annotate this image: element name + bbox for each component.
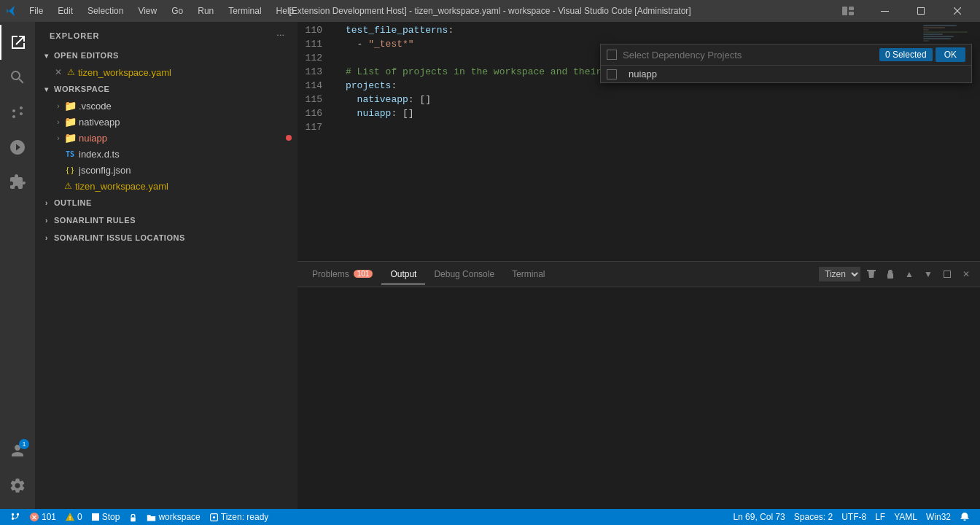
- eol-label: LF: [875, 512, 885, 522]
- panel-tab-output[interactable]: Output: [381, 265, 425, 284]
- warning-count: 0: [77, 512, 82, 522]
- status-lock[interactable]: [124, 509, 142, 525]
- dropdown-ok-button[interactable]: OK: [936, 47, 965, 62]
- title-bar-controls: [831, 0, 974, 22]
- code-line-110: test_file_patterns:: [334, 23, 922, 37]
- open-editors-label: Open Editors: [54, 51, 119, 60]
- svg-rect-2: [849, 12, 854, 15]
- activity-extensions[interactable]: [0, 165, 35, 200]
- panel-tab-problems[interactable]: Problems 101: [303, 265, 381, 284]
- status-position[interactable]: Ln 69, Col 73: [728, 509, 789, 525]
- panel-clear-button[interactable]: [863, 266, 879, 282]
- nuiapp-error-dot: [286, 135, 292, 141]
- panel-scroll-down-button[interactable]: ▼: [920, 266, 936, 282]
- tree-item-nativeapp[interactable]: › 📁 nativeapp: [35, 114, 298, 130]
- sonarlint-rules-section[interactable]: › Sonarlint Rules: [35, 211, 298, 229]
- status-errors[interactable]: ✕ 101: [25, 509, 61, 525]
- dropdown-item-nuiapp[interactable]: nuiapp: [601, 66, 971, 82]
- panel-scroll-up-button[interactable]: ▲: [901, 266, 917, 282]
- panel-tab-debug[interactable]: Debug Console: [425, 265, 503, 284]
- status-os[interactable]: Win32: [922, 509, 955, 525]
- folder-icon-vscode: 📁: [64, 100, 76, 112]
- tizen-status: Tizen: ready: [221, 512, 269, 522]
- menu-go[interactable]: Go: [166, 4, 189, 18]
- code-line-117: [334, 120, 922, 134]
- status-spaces[interactable]: Spaces: 2: [790, 509, 837, 525]
- nuiapp-checkbox[interactable]: [607, 69, 617, 79]
- dropdown-header: 0 Selected OK: [601, 44, 971, 66]
- menu-terminal[interactable]: Terminal: [222, 4, 267, 18]
- svg-rect-11: [92, 513, 99, 521]
- selected-count-badge: 0 Selected: [879, 48, 933, 61]
- sidebar-header: Explorer ⋯: [35, 22, 298, 47]
- outline-section[interactable]: › Outline: [35, 194, 298, 211]
- line-numbers: 110 111 112 113 114 115 116 117: [298, 22, 334, 261]
- panel-lock-button[interactable]: [882, 266, 898, 282]
- menu-selection[interactable]: Selection: [82, 4, 129, 18]
- maximize-button[interactable]: [904, 0, 938, 22]
- sonarlint-rules-chevron: ›: [41, 214, 52, 226]
- activity-search[interactable]: [0, 60, 35, 95]
- open-editor-filename: tizen_workspace.yaml: [78, 67, 298, 78]
- sidebar-actions: ⋯: [273, 28, 289, 44]
- menu-edit[interactable]: Edit: [52, 4, 79, 18]
- close-button[interactable]: [941, 0, 974, 22]
- tree-item-vscode[interactable]: › 📁 .vscode: [35, 98, 298, 114]
- tree-label-nativeapp: nativeapp: [79, 117, 298, 128]
- minimize-button[interactable]: [868, 0, 901, 22]
- status-folder[interactable]: workspace: [142, 509, 204, 525]
- tree-label-indexdts: index.d.ts: [79, 149, 298, 160]
- sonarlint-issues-section[interactable]: › Sonarlint Issue Locations: [35, 229, 298, 246]
- layout-icon[interactable]: [831, 0, 865, 22]
- menu-file[interactable]: File: [23, 4, 49, 18]
- tree-item-tizenworkspace[interactable]: › ⚠ tizen_workspace.yaml: [35, 178, 298, 194]
- status-git-branch[interactable]: [6, 509, 25, 525]
- tree-item-indexdts[interactable]: › TS index.d.ts: [35, 146, 298, 162]
- panel-actions: Tizen ▲ ▼ ✕: [819, 266, 974, 282]
- status-language[interactable]: YAML: [890, 509, 922, 525]
- status-notifications[interactable]: [955, 509, 974, 525]
- status-encoding[interactable]: UTF-8: [837, 509, 871, 525]
- panel-tab-terminal[interactable]: Terminal: [503, 265, 553, 284]
- open-editor-item-tizen[interactable]: ✕ ⚠ tizen_workspace.yaml: [35, 64, 298, 80]
- output-filter-select[interactable]: Tizen: [819, 267, 860, 281]
- status-right: Ln 69, Col 73 Spaces: 2 UTF-8 LF YAML Wi…: [728, 509, 974, 525]
- sonarlint-issues-label: Sonarlint Issue Locations: [54, 233, 185, 242]
- app-icon: [6, 5, 18, 17]
- activity-debug[interactable]: [0, 130, 35, 165]
- sidebar-title: Explorer: [50, 31, 100, 40]
- open-editors-chevron: ▾: [41, 50, 52, 61]
- activity-bar: 1: [0, 22, 35, 509]
- status-stop[interactable]: Stop: [87, 509, 125, 525]
- dropdown-select-all-checkbox[interactable]: [607, 50, 617, 60]
- activity-explorer[interactable]: [0, 25, 35, 60]
- window-title: [Extension Development Host] - tizen_wor…: [289, 6, 691, 16]
- activity-scm[interactable]: [0, 95, 35, 130]
- svg-point-14: [213, 516, 215, 518]
- dropdown-search-input[interactable]: [623, 50, 879, 61]
- new-file-icon[interactable]: ⋯: [273, 28, 289, 44]
- file-icon-indexdts: TS: [64, 148, 76, 160]
- activity-settings[interactable]: [0, 468, 35, 503]
- panel-close-button[interactable]: ✕: [958, 266, 974, 282]
- status-tizen[interactable]: Tizen: ready: [205, 509, 273, 525]
- folder-name: workspace: [158, 512, 200, 522]
- output-label: Output: [390, 269, 416, 279]
- tree-item-nuiapp[interactable]: › 📁 nuiapp: [35, 130, 298, 146]
- tree-chevron-nativeapp: ›: [52, 116, 64, 128]
- open-editors-section[interactable]: ▾ Open Editors: [35, 47, 298, 64]
- panel-tabs: Problems 101 Output Debug Console Termin…: [298, 262, 980, 287]
- status-warnings[interactable]: ! 0: [61, 509, 87, 525]
- svg-rect-0: [842, 7, 847, 15]
- menu-view[interactable]: View: [132, 4, 163, 18]
- spaces-label: Spaces: 2: [794, 512, 833, 522]
- error-count: 101: [42, 512, 56, 522]
- workspace-section[interactable]: ▾ Workspace: [35, 80, 298, 98]
- status-eol[interactable]: LF: [871, 509, 890, 525]
- warning-icon-yaml: ⚠: [64, 181, 72, 191]
- menu-run[interactable]: Run: [192, 4, 219, 18]
- close-editor-icon[interactable]: ✕: [52, 66, 64, 78]
- panel-maximize-button[interactable]: [939, 266, 955, 282]
- tree-item-jsconfig[interactable]: › { } jsconfig.json: [35, 162, 298, 178]
- activity-account[interactable]: 1: [0, 433, 35, 468]
